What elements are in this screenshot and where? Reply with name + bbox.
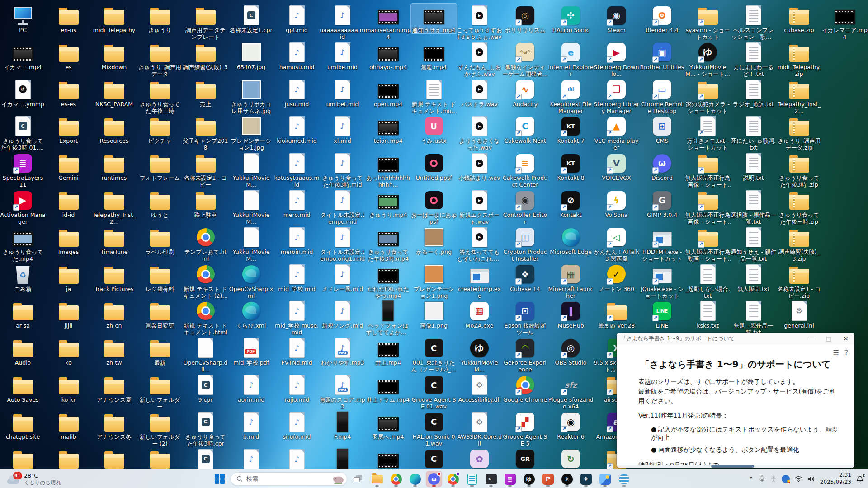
desktop-icon[interactable]: ♪タイトル未設定.tempo.orig1.mid (320, 225, 365, 262)
desktop-icon[interactable]: ^ω^↗孤独なインディーゲーム開発者の一生 ... (502, 41, 548, 77)
desktop-icon[interactable]: 名称未設定1 - コピー (183, 151, 228, 188)
desktop-icon[interactable]: NKSC_PARAM (91, 78, 137, 108)
desktop-icon[interactable]: Export (46, 114, 91, 144)
desktop-icon[interactable]: Untitled.ppsf (411, 151, 457, 181)
desktop-icon[interactable]: ▶↗Activation Manager (0, 188, 46, 225)
desktop-icon[interactable]: きゅうり食ってた.mp4 (0, 225, 46, 262)
desktop-icon[interactable]: きゅうりポカコレ用サムネ.jpg (228, 78, 274, 114)
accessibility-icon[interactable] (770, 475, 777, 483)
desktop-icon[interactable]: ↗syasinn - ショートカット (685, 4, 731, 40)
desktop-icon[interactable]: ❒↗Steinberg Library Manager (594, 78, 639, 114)
desktop-icon[interactable]: ♪きゅうり食ってた午後3時.mid (320, 151, 365, 188)
desktop-icon[interactable]: 井上ドラム.mp4 (365, 373, 411, 403)
desktop-icon[interactable]: ϟ↗VoiSona (594, 188, 639, 218)
file-explorer-icon[interactable] (369, 471, 385, 487)
desktop-icon[interactable]: C名称未設定1.cpr (228, 4, 274, 33)
close-button[interactable]: ✕ (837, 333, 854, 345)
desktop-icon[interactable]: ≣↗SpectraLayers 11 (0, 151, 46, 188)
desktop-icon[interactable]: ゆうと (137, 188, 183, 218)
desktop-icon[interactable]: teion.mp4 (365, 114, 411, 144)
desktop-icon[interactable]: open.mp4 (365, 78, 411, 108)
desktop-icon[interactable]: ◫↗Crypton Product Installer (502, 225, 548, 262)
volume-icon[interactable] (807, 476, 815, 482)
desktop-icon[interactable]: ♪xl.mid (320, 114, 365, 144)
desktop-icon[interactable]: CHALion Sonic 01.wav (411, 410, 457, 447)
desktop-icon[interactable]: ▦↗Minecraft Launcher (548, 263, 594, 299)
desktop-icon[interactable]: jijii (46, 299, 91, 329)
desktop-icon[interactable] (365, 447, 411, 469)
desktop-icon[interactable]: V↗VOICEVOX (594, 151, 639, 181)
desktop-icon[interactable]: だれだFXいれたやつ.mp4 (365, 263, 411, 299)
desktop-icon[interactable]: ヘルスコンプレッション__歌詞.txt (731, 4, 776, 40)
desktop-icon[interactable]: 井上.mp4 (365, 336, 411, 366)
chatgpt-icon[interactable]: ✳ (559, 471, 575, 487)
terminal-icon[interactable]: >_ (483, 471, 499, 487)
desktop-icon[interactable]: きゅうり食ってた午後三時.zip (776, 188, 822, 225)
desktop-icon[interactable]: manisekarin.mp4 (365, 4, 411, 40)
blue-sphere-app-icon[interactable] (616, 471, 632, 487)
desktop-icon[interactable]: 新規 テキスト ドキュメント.musicxml (411, 78, 457, 114)
maximize-button[interactable]: □ (820, 333, 837, 345)
desktop-icon[interactable]: ♪gpt.mid (274, 4, 320, 33)
desktop-icon[interactable]: ja (46, 263, 91, 292)
desktop-icon[interactable]: ▶小銭詰まり.wav (457, 151, 502, 181)
desktop-icon[interactable]: Track Pictures (91, 263, 137, 292)
desktop-icon[interactable]: 画像1.png (411, 299, 457, 329)
desktop-icon[interactable]: ∿↗Audacity (502, 78, 548, 108)
desktop-icon[interactable]: ♪kotusytuaaus.mid (274, 151, 320, 188)
desktop-icon[interactable]: GR (502, 447, 548, 469)
desktop-icon[interactable]: Microsoft Edge (548, 225, 594, 255)
desktop-icon[interactable]: YukkuriMovieM... (228, 225, 274, 262)
desktop-icon[interactable]: ↻ (548, 447, 594, 469)
desktop-icon[interactable]: ‖↗MuseHub (548, 299, 594, 329)
desktop-icon[interactable] (320, 447, 365, 469)
desktop-icon[interactable]: ♪MP3無題のスコア.mp3 (320, 373, 365, 410)
desktop-icon[interactable]: まにまにわーるど！.txt (731, 41, 776, 77)
desktop-icon[interactable]: ♪uaaaaaaaaaa.mid (320, 4, 365, 40)
desktop-icon[interactable]: ▶バスドラ.wav (457, 78, 502, 108)
desktop-icon[interactable]: Uうみ.ustx (411, 114, 457, 144)
desktop-icon[interactable] (91, 447, 137, 469)
desktop-icon[interactable]: ↗家の防犯カメラ - ショートカット (685, 78, 731, 114)
desktop-icon[interactable]: ♪ (228, 447, 274, 469)
dialog-titlebar[interactable]: 「さよなら手書き 1〜9」のサポートについて — □ ✕ (617, 333, 854, 345)
desktop-icon[interactable]: ♪kiokumed.mid (274, 114, 320, 144)
desktop-icon[interactable]: e↗Internet Explorer (548, 41, 594, 77)
desktop-icon[interactable]: _起動しない場合.txt (685, 263, 731, 299)
desktop-icon[interactable]: ◎↗ポリリリリズム (502, 4, 548, 33)
desktop-icon[interactable]: 営業日変更 (137, 299, 183, 329)
desktop-icon[interactable]: ↗JQuake.exe - ショートカット (639, 263, 685, 299)
desktop-icon[interactable]: ♪sirofo.mid (274, 410, 320, 440)
desktop-icon[interactable]: sfz↗Plogue sforzando x64 (548, 373, 594, 410)
desktop-icon[interactable]: createdump.exe (457, 263, 502, 299)
desktop-icon[interactable]: 説明.txt (731, 151, 776, 181)
desktop-icon[interactable]: イカレマニア.mp4 (822, 4, 868, 40)
list-icon[interactable]: ☰ (833, 349, 839, 357)
desktop-icon[interactable]: きゅうり食ってた午後3時.mp4 (365, 225, 411, 262)
desktop-icon[interactable]: 選択肢 - 親作品一覧.txt (731, 188, 776, 225)
desktop-icon[interactable]: ⚙Accessibility.dll (457, 373, 502, 403)
desktop-icon[interactable]: テンプレあて.html (183, 225, 228, 262)
desktop-icon[interactable]: ksks.txt (685, 299, 731, 329)
edge-icon[interactable] (407, 471, 423, 487)
desktop-icon[interactable]: ⊡↗Epson 接続診断ツール (502, 299, 548, 336)
desktop-icon[interactable]: en-us (46, 4, 91, 33)
desktop-icon[interactable]: 死にたい_ゅ歌詞.txt (731, 114, 776, 151)
desktop-icon[interactable]: ↗Google Chrome (502, 373, 548, 403)
desktop-icon[interactable]: ω↗Discord (639, 151, 685, 181)
desktop-icon[interactable]: ʘ↗Blender 4.4 (639, 4, 685, 33)
microphone-icon[interactable] (759, 475, 765, 483)
desktop-icon[interactable]: ▶ずんだもん_しおかぜふ.wav (457, 41, 502, 77)
desktop-icon[interactable]: ♪mero.mid (274, 188, 320, 218)
search-input[interactable]: 検索 (231, 472, 347, 486)
desktop-icon[interactable]: 調声練習(失敗)_3 (183, 41, 228, 70)
cubase-icon[interactable]: ❖ (578, 471, 594, 487)
desktop-icon[interactable]: レジ袋有料 (137, 263, 183, 292)
desktop-icon[interactable]: アナウンス夏 (91, 373, 137, 403)
desktop-icon[interactable]: TimeTune (91, 225, 137, 255)
desktop-icon[interactable]: ⚙general.ini (776, 299, 822, 329)
desktop-icon[interactable]: ↗無人販売不正行為画像 - ショートカッ... (685, 151, 731, 188)
help-icon[interactable]: ? (844, 349, 848, 357)
desktop-icon[interactable]: es (46, 41, 91, 70)
desktop-icon[interactable]: ▲↗VLC media player (594, 114, 639, 151)
